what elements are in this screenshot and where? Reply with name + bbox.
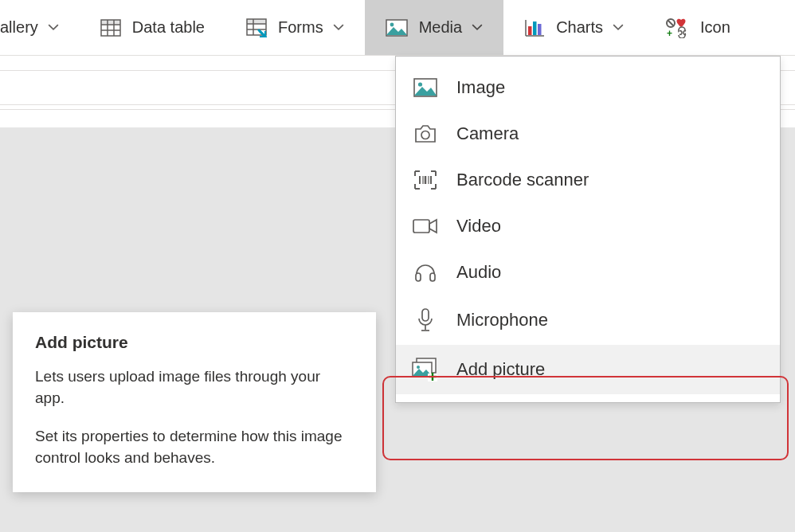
- svg-rect-35: [430, 273, 435, 281]
- menu-item-audio[interactable]: Audio: [396, 249, 780, 295]
- menu-item-camera[interactable]: Camera: [396, 111, 780, 157]
- chevron-down-icon: [48, 18, 59, 37]
- menu-item-barcode[interactable]: Barcode scanner: [396, 157, 780, 203]
- ribbon-gallery-label: allery: [0, 18, 38, 37]
- camera-icon: [412, 124, 439, 143]
- chevron-down-icon: [472, 18, 483, 37]
- video-icon: [412, 217, 439, 235]
- chevron-down-icon: [613, 18, 624, 37]
- icons-icon: +: [665, 18, 689, 38]
- help-body-2: Set its properties to determine how this…: [35, 426, 354, 468]
- svg-rect-17: [533, 22, 537, 35]
- menu-item-microphone-label: Microphone: [456, 310, 548, 331]
- help-tooltip: Add picture Lets users upload image file…: [13, 312, 376, 492]
- ribbon-forms[interactable]: Forms: [225, 0, 365, 55]
- svg-rect-5: [101, 20, 120, 25]
- menu-item-add-picture-label: Add picture: [456, 359, 545, 380]
- audio-icon: [412, 262, 439, 283]
- chevron-down-icon: [333, 18, 344, 37]
- barcode-icon: [412, 170, 439, 190]
- svg-rect-33: [413, 220, 429, 233]
- menu-item-barcode-label: Barcode scanner: [456, 170, 589, 190]
- ribbon-media-label: Media: [419, 18, 462, 37]
- ribbon-icons[interactable]: + Icon: [644, 0, 730, 55]
- ribbon-data-table-label: Data table: [132, 18, 205, 37]
- media-dropdown: Image Camera Barcode scanner: [395, 56, 781, 403]
- svg-point-26: [418, 82, 422, 86]
- menu-item-image[interactable]: Image: [396, 65, 780, 111]
- ribbon-icons-label: Icon: [700, 18, 730, 37]
- menu-item-microphone[interactable]: Microphone: [396, 295, 780, 345]
- menu-item-audio-label: Audio: [456, 262, 501, 283]
- ribbon-forms-label: Forms: [278, 18, 323, 37]
- ribbon-media[interactable]: Media: [365, 0, 503, 55]
- svg-rect-18: [538, 24, 542, 35]
- svg-point-13: [390, 22, 394, 26]
- menu-item-add-picture[interactable]: Add picture: [396, 345, 780, 394]
- menu-item-image-label: Image: [456, 77, 505, 98]
- data-table-icon: [100, 19, 121, 37]
- add-picture-icon: [412, 358, 439, 381]
- ribbon-bar: allery Data table: [0, 0, 795, 56]
- media-icon: [386, 19, 408, 37]
- svg-line-20: [668, 20, 674, 25]
- help-body-1: Lets users upload image files through yo…: [35, 366, 354, 409]
- forms-icon: [246, 18, 267, 37]
- image-icon: [412, 78, 439, 97]
- svg-rect-10: [247, 19, 266, 24]
- ribbon-charts-label: Charts: [556, 18, 603, 37]
- ribbon-charts[interactable]: Charts: [503, 0, 644, 55]
- menu-item-video[interactable]: Video: [396, 203, 780, 249]
- svg-point-41: [417, 366, 420, 369]
- menu-item-camera-label: Camera: [456, 123, 519, 144]
- svg-point-27: [421, 131, 429, 139]
- help-title: Add picture: [35, 333, 354, 352]
- ribbon-gallery[interactable]: allery: [0, 0, 80, 55]
- menu-item-video-label: Video: [456, 216, 501, 237]
- svg-rect-16: [528, 26, 532, 35]
- svg-rect-36: [422, 309, 429, 321]
- svg-text:+: +: [667, 28, 672, 38]
- charts-icon: [524, 18, 545, 37]
- ribbon-data-table[interactable]: Data table: [80, 0, 225, 55]
- microphone-icon: [412, 308, 439, 332]
- svg-rect-34: [416, 273, 421, 281]
